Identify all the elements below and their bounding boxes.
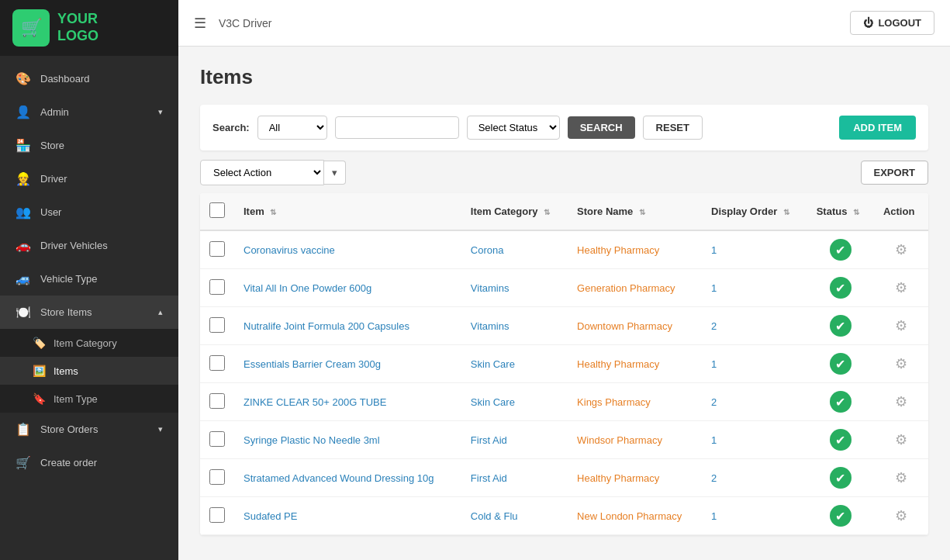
sidebar: YOURLOGO 🎨 Dashboard 👤 Admin ▾ 🏪 Store 👷… — [0, 0, 178, 560]
row-checkbox[interactable] — [209, 469, 225, 485]
store-items-icon: 🍽️ — [16, 305, 31, 320]
row-store-name[interactable]: New London Pharmacy — [568, 497, 702, 535]
gear-icon[interactable]: ⚙ — [895, 394, 907, 410]
row-status: ✔ — [807, 383, 874, 421]
row-item-category[interactable]: Skin Care — [461, 345, 568, 383]
row-checkbox-cell — [200, 307, 234, 345]
gear-icon[interactable]: ⚙ — [895, 280, 907, 296]
sidebar-item-items[interactable]: 🖼️ Items — [0, 357, 178, 385]
search-filter-select[interactable]: All Item Category Store — [257, 116, 327, 140]
search-button[interactable]: SEARCH — [568, 116, 635, 139]
row-item-category[interactable]: Corona — [461, 230, 568, 269]
row-item-category[interactable]: Vitamins — [461, 269, 568, 307]
add-item-button[interactable]: ADD ITEM — [839, 116, 916, 140]
hamburger-icon[interactable]: ☰ — [194, 15, 206, 32]
row-item-category[interactable]: Vitamins — [461, 307, 568, 345]
table-row: Vital All In One Powder 600g Vitamins Ge… — [200, 269, 928, 307]
gear-icon[interactable]: ⚙ — [895, 356, 907, 372]
row-display-order: 1 — [702, 497, 807, 535]
row-store-name[interactable]: Healthy Pharmacy — [568, 345, 702, 383]
sidebar-item-dashboard[interactable]: 🎨 Dashboard — [0, 62, 178, 95]
row-checkbox[interactable] — [209, 241, 225, 257]
col-header-item[interactable]: Item ⇅ — [234, 193, 461, 230]
row-action-cell: ⚙ — [874, 421, 928, 459]
sidebar-item-label: Store — [40, 140, 64, 151]
gear-icon[interactable]: ⚙ — [895, 470, 907, 486]
gear-icon[interactable]: ⚙ — [895, 318, 907, 334]
gear-icon[interactable]: ⚙ — [895, 432, 907, 448]
row-store-name[interactable]: Windsor Pharmacy — [568, 421, 702, 459]
sidebar-item-create-order[interactable]: 🛒 Create order — [0, 446, 178, 479]
sidebar-item-driver[interactable]: 👷 Driver — [0, 162, 178, 195]
row-action-cell: ⚙ — [874, 459, 928, 497]
row-checkbox[interactable] — [209, 317, 225, 333]
sidebar-item-admin[interactable]: 👤 Admin ▾ — [0, 95, 178, 129]
row-item-name[interactable]: Essentials Barrier Cream 300g — [234, 345, 461, 383]
logo-text: YOURLOGO — [57, 11, 98, 44]
sidebar-item-store-items[interactable]: 🍽️ Store Items ▴ — [0, 296, 178, 329]
chevron-down-icon: ▾ — [158, 107, 163, 117]
row-store-name[interactable]: Generation Pharmacy — [568, 269, 702, 307]
power-icon: ⏻ — [863, 17, 873, 29]
row-item-category[interactable]: Skin Care — [461, 383, 568, 421]
sort-icon: ⇅ — [783, 208, 789, 216]
sidebar-sub-label: Item Type — [54, 393, 98, 405]
status-active-icon: ✔ — [830, 353, 852, 375]
action-go-button[interactable]: ▾ — [324, 161, 346, 185]
export-button[interactable]: EXPORT — [861, 161, 928, 185]
row-store-name[interactable]: Healthy Pharmacy — [568, 459, 702, 497]
sidebar-item-driver-vehicles[interactable]: 🚗 Driver Vehicles — [0, 229, 178, 262]
items-table-wrap: Item ⇅ Item Category ⇅ Store Name ⇅ Disp… — [200, 193, 928, 535]
store-icon: 🏪 — [16, 138, 31, 153]
row-checkbox[interactable] — [209, 355, 225, 371]
row-item-category[interactable]: First Aid — [461, 421, 568, 459]
row-checkbox-cell — [200, 345, 234, 383]
items-icon: 🖼️ — [33, 365, 46, 377]
row-checkbox[interactable] — [209, 279, 225, 295]
row-item-category[interactable]: Cold & Flu — [461, 497, 568, 535]
col-header-status[interactable]: Status ⇅ — [807, 193, 874, 230]
sidebar-item-user[interactable]: 👥 User — [0, 195, 178, 229]
row-item-name[interactable]: Sudafed PE — [234, 497, 461, 535]
col-header-store-name[interactable]: Store Name ⇅ — [568, 193, 702, 230]
col-header-display-order[interactable]: Display Order ⇅ — [702, 193, 807, 230]
sidebar-item-store-orders[interactable]: 📋 Store Orders ▾ — [0, 413, 178, 446]
col-header-item-category[interactable]: Item Category ⇅ — [461, 193, 568, 230]
store-items-submenu: 🏷️ Item Category 🖼️ Items 🔖 Item Type — [0, 329, 178, 413]
sidebar-item-label: Admin — [40, 106, 69, 118]
row-item-name[interactable]: Nutralife Joint Formula 200 Capsules — [234, 307, 461, 345]
sidebar-item-item-type[interactable]: 🔖 Item Type — [0, 385, 178, 413]
row-item-name[interactable]: ZINKE CLEAR 50+ 200G TUBE — [234, 383, 461, 421]
select-all-checkbox[interactable] — [209, 202, 225, 218]
gear-icon[interactable]: ⚙ — [895, 508, 907, 524]
sidebar-item-label: User — [40, 206, 61, 218]
row-item-name[interactable]: Vital All In One Powder 600g — [234, 269, 461, 307]
status-active-icon: ✔ — [830, 505, 852, 527]
sidebar-item-store[interactable]: 🏪 Store — [0, 129, 178, 162]
table-row: ZINKE CLEAR 50+ 200G TUBE Skin Care King… — [200, 383, 928, 421]
logo-area: YOURLOGO — [0, 0, 178, 56]
row-item-category[interactable]: First Aid — [461, 459, 568, 497]
logout-button[interactable]: ⏻ LOGOUT — [850, 11, 934, 35]
row-checkbox[interactable] — [209, 393, 225, 409]
row-store-name[interactable]: Kings Pharmacy — [568, 383, 702, 421]
row-checkbox[interactable] — [209, 507, 225, 523]
gear-icon[interactable]: ⚙ — [895, 242, 907, 258]
user-icon: 👥 — [16, 205, 31, 220]
row-item-name[interactable]: Coronavirus vaccine — [234, 230, 461, 269]
row-checkbox[interactable] — [209, 431, 225, 447]
sidebar-item-vehicle-type[interactable]: 🚙 Vehicle Type — [0, 262, 178, 296]
row-store-name[interactable]: Healthy Pharmacy — [568, 230, 702, 269]
row-item-name[interactable]: Syringe Plastic No Needle 3ml — [234, 421, 461, 459]
sidebar-item-item-category[interactable]: 🏷️ Item Category — [0, 329, 178, 357]
row-display-order: 1 — [702, 230, 807, 269]
table-row: Essentials Barrier Cream 300g Skin Care … — [200, 345, 928, 383]
sort-icon: ⇅ — [270, 208, 276, 216]
row-item-name[interactable]: Stratamed Advanced Wound Dressing 10g — [234, 459, 461, 497]
search-input[interactable] — [335, 116, 459, 139]
action-select[interactable]: Select Action Delete Activate Deactivate — [200, 160, 324, 185]
reset-button[interactable]: RESET — [643, 116, 703, 140]
search-label: Search: — [212, 122, 250, 133]
status-select[interactable]: Select Status Active Inactive — [467, 116, 560, 140]
row-store-name[interactable]: Downtown Pharmacy — [568, 307, 702, 345]
